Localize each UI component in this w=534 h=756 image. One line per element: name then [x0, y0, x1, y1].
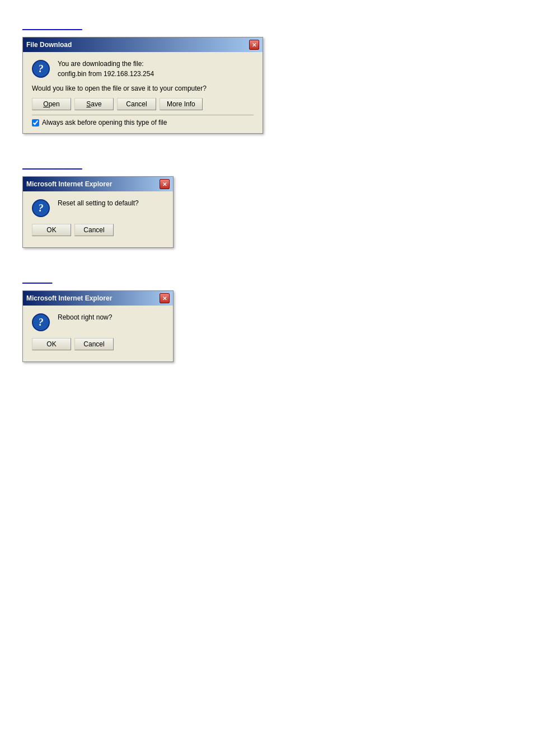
reboot-close-button[interactable]: ✕ [160, 293, 170, 303]
reset-titlebar-title-group: Microsoft Internet Explorer [26, 180, 112, 188]
reset-dialog: Microsoft Internet Explorer ✕ ? Reset al… [22, 176, 174, 248]
file-download-question-icon: ? [32, 60, 50, 78]
section2-link[interactable]: ________________ [22, 162, 82, 170]
file-download-text: You are downloading the file: config.bin… [58, 60, 154, 78]
file-download-line2: config.bin from 192.168.123.254 [58, 70, 154, 78]
reset-question-icon: ? [32, 199, 50, 217]
reset-ok-button[interactable]: OK [32, 224, 71, 236]
save-button-label: Save [86, 100, 101, 108]
reboot-btn-row: OK Cancel [32, 338, 164, 350]
file-download-body: ? You are downloading the file: config.b… [23, 52, 263, 133]
always-ask-checkbox[interactable] [32, 119, 39, 126]
file-download-content-row: ? You are downloading the file: config.b… [32, 60, 254, 78]
reset-cancel-label: Cancel [83, 226, 104, 234]
open-button-label: OOpenpen [43, 100, 59, 108]
section1-link[interactable]: ________________ [22, 22, 82, 30]
reset-ok-label: OK [46, 226, 56, 234]
reboot-cancel-button[interactable]: Cancel [74, 338, 114, 350]
reboot-content-row: ? Reboot right now? [32, 313, 164, 331]
more-info-button[interactable]: More Info [160, 98, 203, 110]
reset-text: Reset all setting to default? [58, 199, 139, 207]
reset-cancel-button[interactable]: Cancel [74, 224, 114, 236]
file-download-dialog: File Download ✕ ? You are downloading th… [22, 37, 263, 134]
reboot-text: Reboot right now? [58, 313, 112, 321]
reset-close-button[interactable]: ✕ [160, 179, 170, 189]
titlebar-title-group: File Download [26, 41, 72, 49]
reset-message: Reset all setting to default? [58, 199, 139, 207]
divider [32, 115, 254, 115]
section3-link[interactable]: ________ [22, 276, 52, 284]
more-info-button-label: More Info [167, 100, 195, 108]
file-download-prompt: Would you like to open the file or save … [32, 84, 254, 92]
section-2: ________________ Microsoft Internet Expl… [22, 162, 512, 248]
file-download-btn-row: OOpenpen Save Cancel More Info [32, 98, 254, 110]
save-button[interactable]: Save [74, 98, 114, 110]
always-ask-label[interactable]: Always ask before opening this type of f… [42, 119, 167, 126]
reboot-titlebar[interactable]: Microsoft Internet Explorer ✕ [23, 291, 173, 306]
file-download-line1: You are downloading the file: [58, 60, 154, 68]
cancel-button[interactable]: Cancel [117, 98, 156, 110]
file-download-title: File Download [26, 41, 72, 49]
cancel-button-label: Cancel [126, 100, 147, 108]
reboot-cancel-label: Cancel [83, 340, 104, 348]
reset-titlebar[interactable]: Microsoft Internet Explorer ✕ [23, 177, 173, 191]
section-3: ________ Microsoft Internet Explorer ✕ ?… [22, 276, 512, 362]
reset-btn-row: OK Cancel [32, 224, 164, 236]
section-1: ________________ File Download ✕ ? You a… [22, 22, 512, 134]
file-download-titlebar[interactable]: File Download ✕ [23, 37, 263, 52]
reset-content-row: ? Reset all setting to default? [32, 199, 164, 217]
reboot-ok-button[interactable]: OK [32, 338, 71, 350]
reboot-dialog: Microsoft Internet Explorer ✕ ? Reboot r… [22, 290, 174, 362]
file-download-close-button[interactable]: ✕ [249, 40, 259, 50]
reboot-dialog-title: Microsoft Internet Explorer [26, 294, 112, 302]
always-ask-row: Always ask before opening this type of f… [32, 119, 254, 126]
reboot-titlebar-title-group: Microsoft Internet Explorer [26, 294, 112, 302]
reset-dialog-title: Microsoft Internet Explorer [26, 180, 112, 188]
reboot-message: Reboot right now? [58, 313, 112, 321]
reboot-question-icon: ? [32, 313, 50, 331]
reboot-ok-label: OK [46, 340, 56, 348]
open-button[interactable]: OOpenpen [32, 98, 71, 110]
reboot-body: ? Reboot right now? OK Cancel [23, 306, 173, 361]
reset-body: ? Reset all setting to default? OK Cance… [23, 191, 173, 247]
